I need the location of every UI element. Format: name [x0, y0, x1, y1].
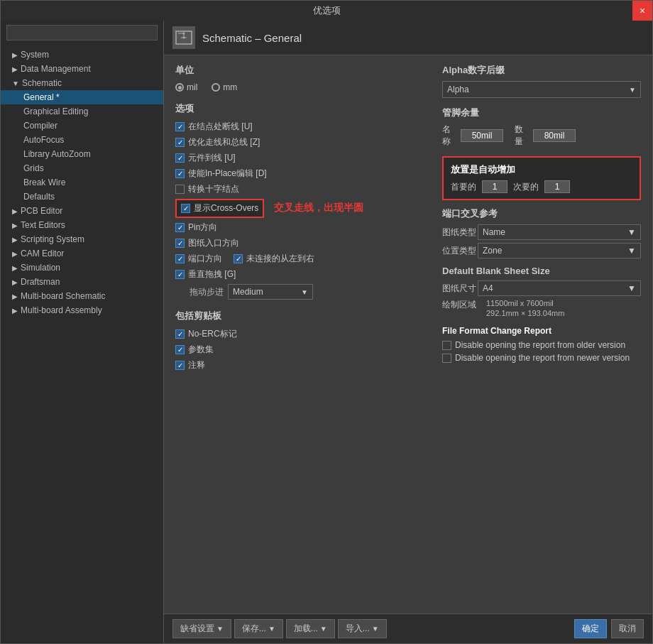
sidebar-item-graphical-editing[interactable]: Graphical Editing	[1, 104, 163, 119]
alpha-value: Alpha	[447, 84, 469, 94]
load-button[interactable]: 加载... ▼	[286, 619, 335, 638]
drawing-area-label: 绘制区域	[442, 299, 478, 311]
sidebar-item-label: Graphical Editing	[23, 107, 88, 116]
search-input[interactable]	[6, 25, 158, 40]
location-type-dropdown[interactable]: Zone ▼	[478, 243, 641, 258]
location-type-value: Zone	[483, 246, 502, 256]
checkbox-label: 元件到线 [U]	[188, 152, 236, 164]
checkbox-icon	[175, 185, 185, 194]
close-button[interactable]: ×	[632, 1, 652, 21]
checkbox-icon	[175, 153, 185, 163]
drawing-area-row: 绘制区域 11500mil x 7600mil 292.1mm × 193.04…	[442, 299, 641, 319]
checkbox-component-wire[interactable]: 元件到线 [U]	[175, 152, 431, 164]
cancel-button[interactable]: 取消	[611, 619, 644, 638]
checkbox-icon	[175, 138, 185, 147]
sidebar-item-label: Defaults	[23, 192, 55, 202]
sidebar-item-system[interactable]: ▶ System	[1, 48, 163, 62]
checkbox-pin-dir[interactable]: Pin方向	[175, 222, 431, 234]
save-button[interactable]: 保存... ▼	[234, 619, 283, 638]
sidebar-item-break-wire[interactable]: Break Wire	[1, 175, 163, 190]
clipboard-noerc[interactable]: No-ERC标记	[175, 328, 431, 340]
bottom-left-buttons: 缺省设置 ▼ 保存... ▼ 加载... ▼ 导入... ▼	[172, 619, 387, 638]
sidebar-item-pcb-editor[interactable]: ▶ PCB Editor	[1, 204, 163, 218]
unit-mm-radio[interactable]: mm	[212, 82, 237, 92]
drawing-area-values: 11500mil x 7600mil 292.1mm × 193.04mm	[482, 299, 564, 319]
ff-disable-older[interactable]: Disable opening the report from older ve…	[442, 340, 641, 350]
dropdown-arrow-icon: ▼	[627, 246, 636, 256]
sidebar-item-grids[interactable]: Grids	[1, 161, 163, 175]
sheet-type-dropdown[interactable]: Name ▼	[478, 224, 641, 240]
sidebar-item-compiler[interactable]: Compiler	[1, 119, 163, 133]
sheet-size-dropdown[interactable]: A4 ▼	[478, 280, 641, 296]
arrow-icon: ▶	[12, 65, 18, 73]
unconnected-row: 未连接的从左到右	[234, 253, 314, 265]
blank-sheet-section: Default Blank Sheet Size 图纸尺寸 A4 ▼ 绘制区域	[442, 266, 641, 319]
units-radio-group: mil mm	[175, 82, 431, 92]
drag-step-label: 拖动步进	[175, 286, 224, 298]
checkbox-vertical-drag[interactable]: 垂直拖拽 [G]	[175, 268, 431, 280]
checkbox-sheet-entry-dir[interactable]: 图纸入口方向	[175, 237, 431, 249]
ok-button[interactable]: 确定	[574, 619, 607, 638]
checkbox-label: Pin方向	[188, 222, 217, 234]
sidebar-item-library-autozoom[interactable]: Library AutoZoom	[1, 147, 163, 161]
pin-name-value: 50mil	[461, 129, 503, 142]
file-format-section: File Format Change Report Disable openin…	[442, 326, 641, 363]
sheet-type-row: 图纸类型 Name ▼	[442, 224, 641, 240]
checkbox-label: 优化走线和总线 [Z]	[188, 136, 260, 148]
blank-sheet-title: Default Blank Sheet Size	[442, 266, 641, 276]
checkbox-optimize[interactable]: 优化走线和总线 [Z]	[175, 136, 431, 148]
arrow-icon: ▶	[12, 264, 18, 272]
import-button[interactable]: 导入... ▼	[338, 619, 387, 638]
sidebar-item-label: Grids	[23, 163, 44, 173]
sidebar-item-draftsman[interactable]: ▶ Draftsman	[1, 275, 163, 289]
drag-step-dropdown[interactable]: Medium ▼	[228, 284, 313, 300]
sidebar-item-multi-board-schematic[interactable]: ▶ Multi-board Schematic	[1, 289, 163, 303]
alpha-dropdown[interactable]: Alpha ▼	[442, 81, 641, 98]
default-settings-button[interactable]: 缺省设置 ▼	[172, 619, 231, 638]
sidebar: ▶ System ▶ Data Management ▼ Schematic G…	[1, 21, 164, 643]
sidebar-item-general[interactable]: General *	[1, 90, 163, 104]
unit-mil-label: mil	[187, 82, 197, 92]
pin-num-value: 80mil	[533, 129, 576, 142]
arrow-icon: ▼	[12, 80, 19, 87]
checkbox-junction[interactable]: 在结点处断线 [U]	[175, 121, 431, 133]
location-type-row: 位置类型 Zone ▼	[442, 243, 641, 258]
auto-increment-row: 首要的 1 次要的 1	[451, 180, 632, 193]
arrow-icon: ▶	[12, 236, 18, 244]
clipboard-params[interactable]: 参数集	[175, 344, 431, 356]
checkbox-unconnected[interactable]	[234, 254, 243, 263]
sidebar-item-label: Break Wire	[23, 178, 65, 187]
content-area: Schematic – General 单位 mil	[164, 21, 652, 643]
sidebar-item-autofocus[interactable]: AutoFocus	[1, 133, 163, 147]
radio-circle	[212, 83, 220, 92]
sidebar-item-schematic[interactable]: ▼ Schematic	[1, 76, 163, 90]
checkbox-label: 使能In-Place编辑 [D]	[188, 168, 267, 180]
checkbox-icon	[175, 345, 185, 354]
checkbox-cross-point[interactable]: 转换十字结点	[175, 183, 431, 195]
ff-label-newer: Disable opening the report from newer ve…	[455, 353, 630, 363]
sidebar-item-data-management[interactable]: ▶ Data Management	[1, 62, 163, 76]
checkbox-inplace-edit[interactable]: 使能In-Place编辑 [D]	[175, 168, 431, 180]
sidebar-item-label: Multi-board Assembly	[21, 305, 102, 315]
sidebar-item-multi-board-assembly[interactable]: ▶ Multi-board Assembly	[1, 303, 163, 317]
pin-title: 管脚余量	[442, 107, 641, 119]
sidebar-item-defaults[interactable]: Defaults	[1, 190, 163, 204]
sidebar-item-scripting-system[interactable]: ▶ Scripting System	[1, 232, 163, 246]
pin-section: 管脚余量 名称 50mil 数量 80mil	[442, 107, 641, 148]
checkbox-label: 参数集	[188, 344, 214, 356]
auto-increment-box: 放置是自动增加 首要的 1 次要的 1	[442, 156, 641, 200]
checkbox-crossover[interactable]: 显示Cross-Overs	[175, 199, 264, 218]
primary-value: 1	[482, 180, 507, 193]
ff-disable-newer[interactable]: Disable opening the report from newer ve…	[442, 353, 641, 363]
sidebar-item-simulation[interactable]: ▶ Simulation	[1, 261, 163, 275]
sidebar-item-text-editors[interactable]: ▶ Text Editors	[1, 218, 163, 232]
clipboard-notes[interactable]: 注释	[175, 359, 431, 371]
checkbox-port-dir[interactable]: 端口方向	[175, 253, 222, 265]
checkbox-icon	[175, 122, 185, 131]
svg-point-4	[183, 33, 185, 35]
unit-mil-radio[interactable]: mil	[175, 82, 197, 92]
dropdown-arrow-icon: ▼	[627, 283, 636, 293]
ff-checkbox-newer	[442, 354, 451, 363]
sidebar-item-cam-editor[interactable]: ▶ CAM Editor	[1, 246, 163, 261]
sidebar-item-label: Compiler	[23, 121, 57, 131]
